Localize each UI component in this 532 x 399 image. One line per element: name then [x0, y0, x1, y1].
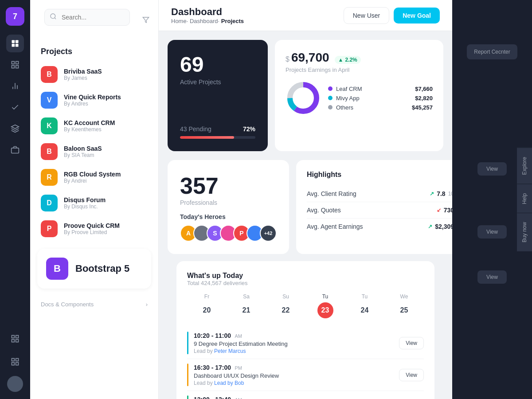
day-number: 20 — [199, 302, 215, 318]
active-projects-number: 69 — [180, 52, 255, 77]
progress-fill — [180, 136, 234, 139]
project-item-4[interactable]: B Baloon SaaS By SIA Team — [30, 139, 158, 164]
calendar-day-20[interactable]: Fr 20 — [187, 293, 227, 318]
donut-chart — [286, 80, 321, 116]
sidebar-item-check[interactable] — [6, 98, 24, 116]
svg-rect-5 — [16, 62, 19, 64]
breadcrumb: Home· Dashboard· Projects — [171, 18, 244, 24]
project-name: Proove Quick CRM — [64, 222, 120, 229]
project-by: By Disqus Inc. — [64, 203, 106, 210]
day-name: We — [384, 293, 424, 300]
report-center-button[interactable]: Report Cecnter — [467, 44, 517, 59]
sidebar-item-grid[interactable] — [6, 56, 24, 74]
event-lead: Lead by Lead by Bob — [194, 380, 394, 386]
svg-rect-2 — [12, 44, 15, 47]
event-title: Dashboard UI/UX Design Review — [194, 372, 394, 379]
legend-value: $2,820 — [415, 95, 433, 102]
sidebar-item-layers[interactable] — [6, 120, 24, 137]
event-lead-link[interactable]: Peter Marcus — [214, 348, 246, 354]
user-number-badge[interactable]: 7 — [6, 7, 24, 26]
heroes-section: Today's Heroes ASP+42 — [180, 213, 277, 242]
event-title: 9 Degree Project Estimation Meeting — [194, 340, 394, 347]
search-input[interactable] — [44, 9, 130, 26]
project-logo: R — [41, 169, 58, 186]
calendar-day-24[interactable]: Tu 24 — [345, 293, 384, 318]
calendar-wrapper: What's up Today Total 424,567 deliveries… — [159, 254, 452, 399]
project-item-2[interactable]: V Vine Quick Reports By Andres — [30, 87, 158, 113]
project-name: Baloon SaaS — [64, 145, 102, 152]
right-sidebar-tab-explore[interactable]: Explore — [517, 148, 532, 184]
event-view-button[interactable]: View — [399, 337, 424, 349]
svg-rect-12 — [12, 148, 19, 153]
new-user-button[interactable]: New User — [344, 7, 389, 24]
progress-bar — [180, 136, 255, 139]
chevron-right-icon: › — [146, 301, 148, 308]
calendar-section: What's up Today Total 424,567 deliveries… — [176, 261, 434, 399]
highlight-label: Avg. Quotes — [307, 207, 341, 214]
svg-rect-7 — [16, 66, 19, 68]
svg-rect-14 — [16, 336, 19, 338]
earnings-label: Projects Earnings in April — [286, 66, 433, 73]
legend-name: Leaf CRM — [336, 86, 362, 92]
project-by: By Keenthemes — [64, 126, 115, 133]
right-view-button-2[interactable]: View — [477, 225, 507, 239]
filter-icon[interactable] — [141, 15, 151, 27]
event-lead: Lead by Peter Marcus — [194, 348, 394, 354]
project-item-6[interactable]: D Disqus Forum By Disqus Inc. — [30, 190, 158, 216]
project-name: RGB Cloud System — [64, 171, 121, 178]
calendar-day-23[interactable]: Tu 23 — [305, 293, 345, 318]
sidebar-item-dashboard[interactable] — [6, 35, 24, 52]
svg-point-21 — [51, 14, 55, 19]
projects-title: Projects — [30, 38, 158, 62]
sidebar-item-widget[interactable] — [6, 330, 24, 348]
docs-link[interactable]: Docs & Components › — [30, 296, 158, 313]
svg-marker-11 — [12, 125, 19, 129]
event-time: 10:20 - 11:00 AM — [194, 332, 394, 340]
sidebar-item-briefcase[interactable] — [6, 141, 24, 159]
right-view-button-3[interactable]: View — [477, 270, 507, 284]
earnings-amount: 69,700 — [291, 51, 329, 65]
event-view-button[interactable]: View — [399, 369, 424, 381]
svg-rect-18 — [16, 359, 19, 361]
projects-panel: Projects B Briviba SaaS By James V Vine … — [30, 0, 159, 399]
new-goal-button[interactable]: New Goal — [394, 8, 440, 23]
legend-row: Mivy App $2,820 — [328, 94, 433, 103]
day-number: 21 — [239, 302, 254, 318]
earnings-chart-area: Leaf CRM $7,660 Mivy App $2,820 Others $… — [286, 80, 433, 116]
project-info: Vine Quick Reports By Andres — [64, 94, 121, 107]
main-content-area: Dashboard Home· Dashboard· Projects New … — [159, 0, 452, 399]
svg-rect-1 — [16, 40, 19, 43]
project-item-7[interactable]: P Proove Quick CRM By Proove Limited — [30, 216, 158, 242]
project-by: By Andres — [64, 101, 121, 107]
svg-rect-6 — [12, 66, 15, 68]
day-number: 23 — [317, 302, 333, 318]
project-item-5[interactable]: R RGB Cloud System By Andrei — [30, 164, 158, 190]
svg-rect-3 — [16, 44, 19, 47]
event-lead-link[interactable]: Lead by Bob — [214, 380, 244, 386]
project-logo: K — [41, 117, 58, 134]
svg-rect-17 — [12, 359, 15, 361]
right-sidebar-tabs: ExploreHelpBuy now — [517, 148, 532, 251]
calendar-events: 10:20 - 11:00 AM 9 Degree Project Estima… — [187, 327, 424, 399]
project-item-1[interactable]: B Briviba SaaS By James — [30, 62, 158, 87]
highlights-title: Highlights — [307, 171, 452, 179]
right-view-button-1[interactable]: View — [477, 162, 507, 176]
project-item-3[interactable]: K KC Account CRM By Keenthemes — [30, 113, 158, 139]
calendar-title: What's up Today — [187, 272, 424, 280]
event-border — [187, 332, 188, 354]
calendar-day-25[interactable]: We 25 — [384, 293, 424, 318]
content-scroll: 69 Active Projects 43 Pending 72% $ 69,7… — [159, 31, 452, 399]
search-icon — [50, 13, 57, 22]
sidebar-item-grid2[interactable] — [6, 353, 24, 371]
calendar-day-21[interactable]: Sa 21 — [227, 293, 266, 318]
calendar-header: What's up Today Total 424,567 deliveries — [187, 272, 424, 286]
day-number: 25 — [396, 302, 412, 318]
svg-marker-23 — [143, 17, 149, 23]
calendar-day-22[interactable]: Su 22 — [266, 293, 305, 318]
project-by: By James — [64, 75, 102, 81]
user-avatar[interactable] — [7, 376, 23, 392]
sidebar-item-chart[interactable] — [6, 77, 24, 95]
highlight-value: ↙730 — [437, 207, 452, 214]
right-sidebar-tab-help[interactable]: Help — [517, 184, 532, 213]
right-sidebar-tab-buy-now[interactable]: Buy now — [517, 213, 532, 251]
